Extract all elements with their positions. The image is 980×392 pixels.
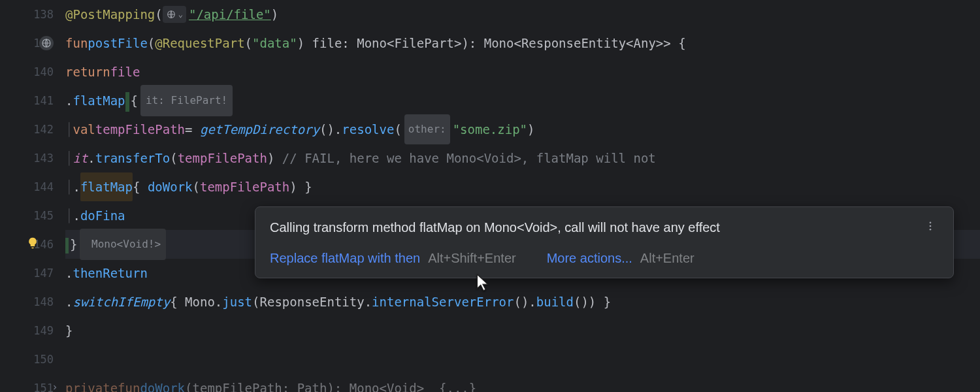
line-number: 140: [33, 65, 54, 78]
code-line[interactable]: .switchIfEmpty { Mono.just(ResponseEntit…: [65, 287, 980, 316]
line-number: 142: [33, 123, 54, 136]
line-number: 143: [33, 152, 54, 165]
code-line[interactable]: }: [65, 316, 980, 345]
svg-point-3: [930, 225, 932, 227]
line-number: 141: [33, 94, 54, 107]
line-number: 147: [33, 267, 54, 280]
code-line[interactable]: .flatMap {it: FilePart!: [65, 86, 980, 115]
code-line[interactable]: private fun doWork(tempFilePath: Path): …: [65, 374, 980, 392]
svg-point-2: [930, 221, 932, 223]
shortcut-hint: Alt+Shift+Enter: [428, 251, 516, 266]
fold-expand-icon[interactable]: [51, 383, 59, 392]
code-line[interactable]: │ it.transferTo(tempFilePath) // FAIL, h…: [65, 144, 980, 172]
line-number: 148: [33, 295, 54, 308]
more-actions-link[interactable]: More actions...: [547, 251, 632, 266]
url-chip[interactable]: ⌄: [163, 6, 186, 23]
string-literal: "/api/file": [189, 0, 271, 29]
gutter-row[interactable]: 140: [0, 57, 65, 86]
gutter-row[interactable]: 148: [0, 287, 65, 316]
code-line[interactable]: return file: [65, 57, 980, 86]
gutter-row[interactable]: 138: [0, 0, 65, 29]
gutter-row[interactable]: 149: [0, 316, 65, 345]
quick-fix-link[interactable]: Replace flatMap with then: [270, 251, 420, 266]
annotation: @PostMapping: [65, 0, 155, 29]
inlay-hint: other:: [404, 114, 450, 144]
more-vert-icon[interactable]: [922, 218, 939, 238]
function-name: postFile: [88, 29, 148, 57]
code-line[interactable]: [65, 345, 980, 374]
gutter-row[interactable]: 142: [0, 115, 65, 144]
comment: // FAIL, here we have Mono<Void>, flatMa…: [282, 144, 656, 172]
gutter-row[interactable]: 143: [0, 144, 65, 172]
mouse-cursor-icon: [476, 273, 490, 295]
code-line[interactable]: fun postFile(@RequestPart("data") file: …: [65, 29, 980, 57]
gutter-row[interactable]: 150: [0, 345, 65, 374]
inspection-message: Calling transform method flatMap on Mono…: [270, 220, 720, 235]
gutter: 138 139 140 141 142 143 144 145 146 147 …: [0, 0, 65, 392]
gutter-row[interactable]: 147: [0, 259, 65, 287]
intention-bulb-icon[interactable]: [26, 237, 39, 252]
gutter-row[interactable]: 151: [0, 374, 65, 392]
line-number: 145: [33, 209, 54, 222]
line-number: 149: [33, 324, 54, 337]
code-line[interactable]: │ val tempFilePath = getTempDirectory().…: [65, 115, 980, 144]
code-line[interactable]: │ .flatMap { doWork(tempFilePath) }: [65, 172, 980, 201]
gutter-row[interactable]: 139: [0, 29, 65, 57]
endpoint-icon[interactable]: [39, 36, 54, 50]
code-editor: 138 139 140 141 142 143 144 145 146 147 …: [0, 0, 980, 392]
line-number: 144: [33, 180, 54, 193]
gutter-row[interactable]: 144: [0, 172, 65, 201]
gutter-row[interactable]: 145: [0, 201, 65, 230]
gutter-row[interactable]: 141: [0, 86, 65, 115]
inspection-popup: Calling transform method flatMap on Mono…: [255, 206, 954, 278]
gutter-row[interactable]: 146: [0, 230, 65, 259]
inlay-hint: Mono<Void!>: [80, 229, 166, 260]
inlay-hint: it: FilePart!: [140, 85, 233, 116]
line-number: 150: [33, 353, 54, 366]
code-line[interactable]: @PostMapping(⌄"/api/file"): [65, 0, 980, 29]
svg-point-4: [930, 229, 932, 231]
shortcut-hint: Alt+Enter: [640, 251, 694, 266]
line-number: 138: [33, 8, 54, 21]
code-area[interactable]: @PostMapping(⌄"/api/file") fun postFile(…: [65, 0, 980, 392]
